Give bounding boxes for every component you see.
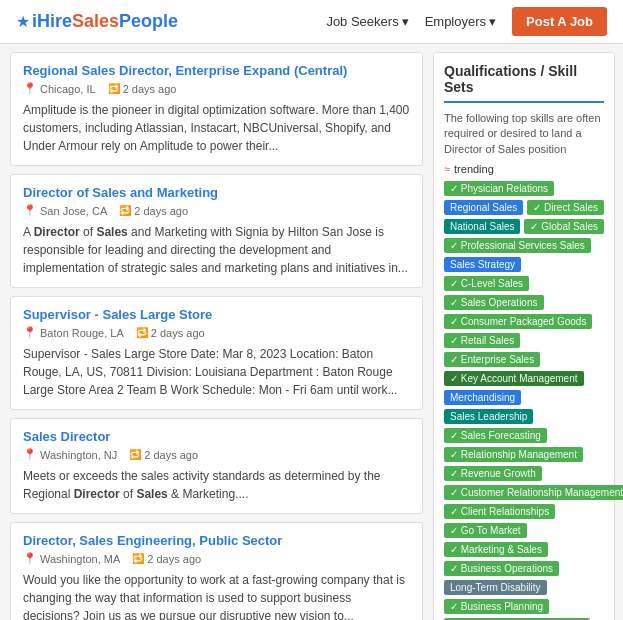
clock-icon: 🔁 bbox=[132, 553, 144, 564]
logo: ★ iHire Sales People bbox=[16, 11, 178, 32]
skill-tag[interactable]: ✓ Enterprise Sales bbox=[444, 352, 540, 367]
job-title[interactable]: Director, Sales Engineering, Public Sect… bbox=[23, 533, 410, 548]
skills-panel-title: Qualifications / Skill Sets bbox=[444, 63, 604, 103]
skill-tag[interactable]: ✓ Sales Forecasting bbox=[444, 428, 547, 443]
skill-tag[interactable]: ✓ Professional Services Sales bbox=[444, 238, 591, 253]
post-job-button[interactable]: Post A Job bbox=[512, 7, 607, 36]
logo-sales: Sales bbox=[72, 11, 119, 32]
right-column: Qualifications / Skill Sets The followin… bbox=[433, 44, 623, 620]
clock-icon: 🔁 bbox=[129, 449, 141, 460]
skill-tag[interactable]: ✓ Physician Relations bbox=[444, 181, 554, 196]
job-description: Amplitude is the pioneer in digital opti… bbox=[23, 101, 410, 155]
skill-tag[interactable]: ✓ Client Relationships bbox=[444, 504, 555, 519]
skill-tag[interactable]: ✓ Business Planning bbox=[444, 599, 549, 614]
job-age: 🔁 2 days ago bbox=[129, 449, 198, 461]
skill-tag[interactable]: Merchandising bbox=[444, 390, 521, 405]
job-seekers-label: Job Seekers bbox=[326, 14, 398, 29]
clock-icon: 🔁 bbox=[108, 83, 120, 94]
pin-icon: 📍 bbox=[23, 448, 37, 461]
employers-nav[interactable]: Employers ▾ bbox=[425, 14, 496, 29]
employers-label: Employers bbox=[425, 14, 486, 29]
skill-tag[interactable]: ✓ Business Operations bbox=[444, 561, 559, 576]
job-description: Supervisor - Sales Large Store Date: Mar… bbox=[23, 345, 410, 399]
skill-tag[interactable]: National Sales bbox=[444, 219, 520, 234]
job-title[interactable]: Supervisor - Sales Large Store bbox=[23, 307, 410, 322]
job-age: 🔁 2 days ago bbox=[119, 205, 188, 217]
job-meta: 📍 Baton Rouge, LA 🔁 2 days ago bbox=[23, 326, 410, 339]
job-card: Director of Sales and Marketing 📍 San Jo… bbox=[10, 174, 423, 288]
job-location: 📍 Washington, MA bbox=[23, 552, 120, 565]
skill-tag[interactable]: ✓ Sales Operations bbox=[444, 295, 544, 310]
job-card: Sales Director 📍 Washington, NJ 🔁 2 days… bbox=[10, 418, 423, 514]
skill-tag[interactable]: ✓ Go To Market bbox=[444, 523, 527, 538]
tags-container: ✓ Physician RelationsRegional Sales✓ Dir… bbox=[444, 181, 604, 620]
job-title[interactable]: Regional Sales Director, Enterprise Expa… bbox=[23, 63, 410, 78]
job-seekers-chevron: ▾ bbox=[402, 14, 409, 29]
employers-chevron: ▾ bbox=[489, 14, 496, 29]
clock-icon: 🔁 bbox=[119, 205, 131, 216]
job-meta: 📍 Washington, MA 🔁 2 days ago bbox=[23, 552, 410, 565]
skill-tag[interactable]: ✓ Relationship Management bbox=[444, 447, 583, 462]
skill-tag[interactable]: ✓ Direct Sales bbox=[527, 200, 604, 215]
skill-tag[interactable]: ✓ C-Level Sales bbox=[444, 276, 529, 291]
pin-icon: 📍 bbox=[23, 552, 37, 565]
logo-ihire: iHire bbox=[32, 11, 72, 32]
job-location: 📍 Baton Rouge, LA bbox=[23, 326, 124, 339]
trending-icon: ≈ bbox=[444, 163, 450, 175]
job-meta: 📍 San Jose, CA 🔁 2 days ago bbox=[23, 204, 410, 217]
skill-tag[interactable]: ✓ Marketing & Sales bbox=[444, 542, 548, 557]
job-description: Meets or exceeds the sales activity stan… bbox=[23, 467, 410, 503]
trending-label: ≈ trending bbox=[444, 163, 604, 175]
job-age: 🔁 2 days ago bbox=[136, 327, 205, 339]
job-age: 🔁 2 days ago bbox=[108, 83, 177, 95]
header: ★ iHire Sales People Job Seekers ▾ Emplo… bbox=[0, 0, 623, 44]
skill-tag[interactable]: ✓ Revenue Growth bbox=[444, 466, 542, 481]
skill-tag[interactable]: ✓ Customer Relationship Management bbox=[444, 485, 623, 500]
skill-tag[interactable]: ✓ Retail Sales bbox=[444, 333, 520, 348]
job-location: 📍 Chicago, IL bbox=[23, 82, 96, 95]
logo-people: People bbox=[119, 11, 178, 32]
job-age: 🔁 2 days ago bbox=[132, 553, 201, 565]
skill-tag[interactable]: ✓ Consumer Packaged Goods bbox=[444, 314, 592, 329]
header-nav: Job Seekers ▾ Employers ▾ Post A Job bbox=[326, 7, 607, 36]
job-meta: 📍 Chicago, IL 🔁 2 days ago bbox=[23, 82, 410, 95]
job-description: A Director of Sales and Marketing with S… bbox=[23, 223, 410, 277]
pin-icon: 📍 bbox=[23, 204, 37, 217]
skill-tag[interactable]: Sales Strategy bbox=[444, 257, 521, 272]
job-card: Supervisor - Sales Large Store 📍 Baton R… bbox=[10, 296, 423, 410]
skills-description: The following top skills are often requi… bbox=[444, 111, 604, 157]
trending-text: trending bbox=[454, 163, 494, 175]
clock-icon: 🔁 bbox=[136, 327, 148, 338]
main-container: Regional Sales Director, Enterprise Expa… bbox=[0, 44, 623, 620]
skill-tag[interactable]: Regional Sales bbox=[444, 200, 523, 215]
job-seekers-nav[interactable]: Job Seekers ▾ bbox=[326, 14, 408, 29]
left-column: Regional Sales Director, Enterprise Expa… bbox=[0, 44, 433, 620]
pin-icon: 📍 bbox=[23, 82, 37, 95]
skills-panel: Qualifications / Skill Sets The followin… bbox=[433, 52, 615, 620]
skill-tag[interactable]: Sales Leadership bbox=[444, 409, 533, 424]
skill-tag[interactable]: Long-Term Disability bbox=[444, 580, 547, 595]
job-title[interactable]: Director of Sales and Marketing bbox=[23, 185, 410, 200]
pin-icon: 📍 bbox=[23, 326, 37, 339]
logo-icon: ★ bbox=[16, 12, 30, 31]
job-location: 📍 San Jose, CA bbox=[23, 204, 107, 217]
job-card: Director, Sales Engineering, Public Sect… bbox=[10, 522, 423, 620]
job-card: Regional Sales Director, Enterprise Expa… bbox=[10, 52, 423, 166]
skill-tag[interactable]: ✓ Key Account Management bbox=[444, 371, 584, 386]
job-location: 📍 Washington, NJ bbox=[23, 448, 117, 461]
job-meta: 📍 Washington, NJ 🔁 2 days ago bbox=[23, 448, 410, 461]
job-description: Would you like the opportunity to work a… bbox=[23, 571, 410, 620]
skill-tag[interactable]: ✓ Global Sales bbox=[524, 219, 603, 234]
job-title[interactable]: Sales Director bbox=[23, 429, 410, 444]
